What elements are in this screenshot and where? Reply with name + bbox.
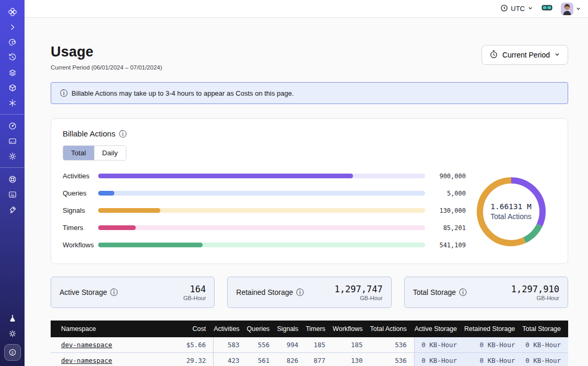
support-lifebuoy-icon — [8, 175, 17, 184]
bar-label: Signals — [63, 207, 97, 214]
storage-card-value-block: 1,297,747GB-Hour — [335, 284, 383, 301]
table-cell: 561 — [247, 353, 277, 366]
storage-card-label: Total Storageⓘ — [413, 288, 467, 296]
sidebar-item-theme-sun[interactable] — [0, 326, 25, 341]
table-cell: 0 KB-Hour — [522, 353, 568, 366]
sidebar-item-billing-card[interactable] — [0, 133, 25, 148]
table-cell: 0 KB-Hour — [414, 353, 464, 366]
bar-track — [98, 208, 425, 213]
account-menu[interactable] — [561, 3, 581, 15]
total-actions-donut: 1.66131 M Total Actions — [466, 172, 556, 251]
storage-card-active-storage: Active Storageⓘ164GB-Hour — [51, 277, 215, 308]
info-icon[interactable]: ⓘ — [110, 289, 117, 296]
table-cell: 536 — [370, 337, 415, 353]
timezone-selector[interactable]: UTC — [500, 4, 533, 14]
avatar — [561, 3, 573, 15]
billable-actions-card: Billable Actions ⓘ Total Daily Activitie… — [51, 118, 568, 264]
table-cell: 583 — [214, 337, 247, 353]
table-cell: 0 KB-Hour — [464, 353, 522, 366]
bar-track — [98, 191, 425, 196]
deployments-icon — [8, 83, 17, 93]
bar-value: 85,201 — [433, 224, 466, 232]
sidebar-divider — [0, 167, 25, 168]
namespace-link[interactable]: dev-namespace — [61, 341, 112, 349]
theme-sun-icon — [8, 329, 17, 338]
donut-center: 1.66131 M Total Actions — [490, 202, 532, 221]
bar-track — [98, 243, 425, 247]
bar-fill — [98, 174, 353, 178]
donut-total-value: 1.66131 M — [490, 202, 532, 211]
info-banner: ⓘ Billable Actions may take up to 3-4 ho… — [51, 82, 568, 104]
bar-label: Timers — [63, 224, 97, 232]
table-cell: 0 KB-Hour — [522, 337, 568, 353]
usage-gauge-icon — [8, 121, 17, 131]
column-header-active-storage: Active Storage — [414, 321, 464, 337]
column-header-workflows: Workflows — [333, 321, 370, 337]
goggles-icon — [542, 4, 552, 14]
storage-card-value-block: 164GB-Hour — [183, 284, 206, 301]
billable-actions-bar-chart: Activities900,000Queries5,000Signals130,… — [63, 172, 466, 251]
period-selector-button[interactable]: Current Period — [481, 45, 568, 65]
table-cell: $5.66 — [180, 337, 213, 353]
info-icon[interactable]: ⓘ — [459, 289, 466, 296]
timezone-label: UTC — [511, 5, 525, 13]
sidebar-item-collapse-chevron[interactable] — [0, 19, 25, 35]
table-row: dev-namespace$5.665835569941851855360 KB… — [51, 337, 568, 353]
storage-card-value-block: 1,297,910GB-Hour — [511, 284, 559, 301]
sidebar-item-temporal-logo[interactable] — [0, 4, 25, 19]
namespace-cell: dev-namespace — [51, 337, 180, 353]
clock-icon — [500, 4, 508, 14]
settings-gear-icon — [8, 152, 17, 161]
storage-card-unit: GB-Hour — [335, 295, 383, 301]
table-row: dev-namespace29.324235618268771305360 KB… — [51, 353, 568, 366]
sidebar-item-feedback-console[interactable] — [0, 187, 25, 202]
sidebar-item-settings-gear[interactable] — [0, 148, 25, 164]
info-icon[interactable]: ⓘ — [119, 130, 126, 138]
sidebar-item-support-lifebuoy[interactable] — [0, 171, 25, 187]
sidebar-item-stacks[interactable] — [0, 65, 25, 80]
sidebar-item-deployments[interactable] — [0, 80, 25, 95]
sidebar-item-getting-started-rocket[interactable] — [0, 202, 25, 217]
period-selector-label: Current Period — [502, 51, 550, 59]
goggles-button[interactable] — [542, 4, 552, 14]
bar-row-signals: Signals130,000 — [63, 207, 466, 214]
table-cell: 556 — [247, 337, 277, 353]
sidebar-item-credits-coin[interactable]: $ — [4, 344, 21, 361]
table-cell: 29.32 — [180, 353, 213, 366]
feedback-console-icon — [8, 190, 17, 199]
main-content: Usage Current Period (06/01/2024 – 07/01… — [25, 44, 588, 366]
billable-actions-title: Billable Actions — [63, 129, 115, 138]
stacks-icon — [8, 68, 17, 77]
bar-label: Activities — [63, 172, 97, 180]
info-icon[interactable]: ⓘ — [296, 289, 303, 296]
bar-track — [98, 225, 425, 230]
chevron-down-icon — [554, 51, 560, 59]
storage-summary-row: Active Storageⓘ164GB-HourRetained Storag… — [51, 277, 568, 308]
bar-fill — [98, 243, 203, 247]
bar-value: 130,000 — [433, 207, 466, 214]
table-cell: 536 — [370, 353, 415, 366]
bar-label: Workflows — [63, 241, 97, 249]
bar-fill — [98, 225, 136, 230]
storage-card-value: 164 — [183, 284, 206, 294]
namespace-link[interactable]: dev-namespace — [61, 357, 112, 364]
bar-value: 541,109 — [433, 242, 466, 249]
storage-card-unit: GB-Hour — [511, 295, 559, 301]
column-header-signals: Signals — [277, 321, 305, 337]
credits-coin-icon: $ — [8, 348, 17, 357]
sidebar-item-history[interactable] — [0, 50, 25, 65]
sidebar-item-namespaces[interactable] — [0, 35, 25, 50]
column-header-cost: Cost — [180, 321, 213, 337]
bar-label: Queries — [63, 189, 97, 197]
namespace-usage-table: NamespaceCostActivitiesQueriesSignalsTim… — [51, 321, 568, 366]
sidebar-item-labs-flask[interactable] — [0, 311, 25, 326]
bar-row-activities: Activities900,000 — [63, 172, 466, 180]
tab-total[interactable]: Total — [63, 146, 94, 160]
storage-card-label: Retained Storageⓘ — [236, 288, 303, 296]
storage-card-title: Active Storage — [60, 288, 107, 296]
bar-row-queries: Queries5,000 — [63, 189, 466, 197]
sidebar-item-usage-gauge[interactable] — [0, 118, 25, 133]
tab-daily[interactable]: Daily — [94, 146, 126, 160]
stopwatch-icon — [489, 50, 498, 60]
sidebar-item-nexus[interactable] — [0, 95, 25, 110]
